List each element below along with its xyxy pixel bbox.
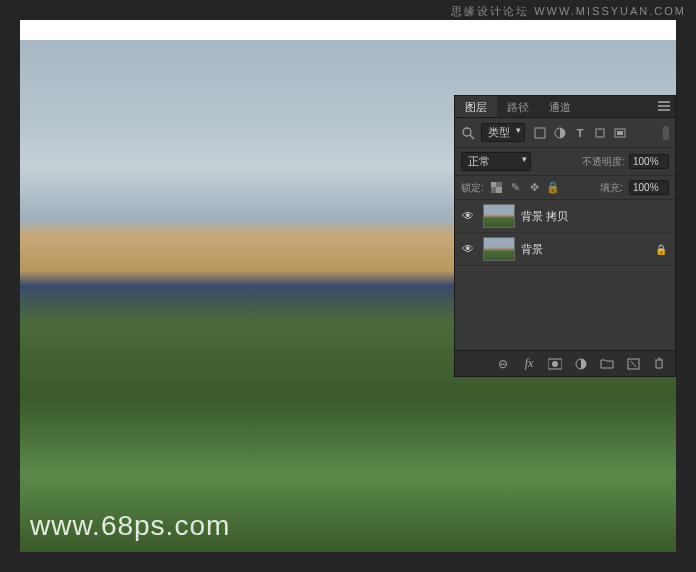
filter-type-icon[interactable]: T	[573, 126, 587, 140]
blend-mode-select[interactable]: 正常	[461, 152, 531, 171]
layer-effects-icon[interactable]: fx	[521, 356, 537, 372]
lock-icon: 🔒	[655, 244, 667, 255]
svg-rect-9	[496, 187, 502, 193]
lock-all-icon[interactable]: 🔒	[547, 181, 560, 194]
filter-toggle-switch[interactable]	[663, 126, 669, 140]
blend-row: 正常 不透明度: 100%	[455, 148, 675, 176]
tab-layers[interactable]: 图层	[455, 96, 497, 117]
svg-rect-8	[491, 182, 496, 187]
tab-channels[interactable]: 通道	[539, 96, 581, 117]
layer-mask-icon[interactable]	[547, 356, 563, 372]
visibility-eye-icon[interactable]: 👁	[459, 209, 477, 223]
fill-label: 填充:	[600, 181, 623, 195]
filter-shape-icon[interactable]	[593, 126, 607, 140]
delete-layer-icon[interactable]	[651, 356, 667, 372]
panel-footer: ⊖ fx	[455, 350, 675, 376]
fill-input[interactable]: 100%	[629, 180, 669, 195]
visibility-eye-icon[interactable]: 👁	[459, 242, 477, 256]
panel-menu-icon[interactable]	[657, 100, 671, 112]
bottom-watermark: www.68ps.com	[30, 510, 230, 542]
layer-filter-row: 类型 T	[455, 118, 675, 148]
tab-paths[interactable]: 路径	[497, 96, 539, 117]
lock-icons: ✎ ✥ 🔒	[490, 181, 560, 194]
svg-point-11	[552, 361, 558, 367]
filter-smartobject-icon[interactable]	[613, 126, 627, 140]
lock-pixels-icon[interactable]: ✎	[509, 181, 522, 194]
filter-kind-select[interactable]: 类型	[481, 123, 525, 142]
filter-adjustment-icon[interactable]	[553, 126, 567, 140]
opacity-input[interactable]: 100%	[629, 154, 669, 169]
layer-list: 👁 背景 拷贝 👁 背景 🔒	[455, 200, 675, 350]
lock-row: 锁定: ✎ ✥ 🔒 填充: 100%	[455, 176, 675, 200]
filter-type-icons: T	[533, 126, 627, 140]
lock-transparency-icon[interactable]	[490, 181, 503, 194]
layer-row[interactable]: 👁 背景 拷贝	[455, 200, 675, 233]
top-watermark: 思缘设计论坛 WWW.MISSYUAN.COM	[451, 4, 686, 19]
link-layers-icon[interactable]: ⊖	[495, 356, 511, 372]
layer-group-icon[interactable]	[599, 356, 615, 372]
adjustment-layer-icon[interactable]	[573, 356, 589, 372]
svg-rect-6	[617, 131, 623, 135]
layer-name[interactable]: 背景 拷贝	[521, 209, 671, 224]
layers-panel: 图层 路径 通道 类型 T 正常 不透明度: 100% 锁定: ✎ ✥ 🔒	[454, 95, 676, 377]
layer-thumbnail[interactable]	[483, 204, 515, 228]
svg-line-1	[470, 135, 474, 139]
new-layer-icon[interactable]	[625, 356, 641, 372]
filter-pixel-icon[interactable]	[533, 126, 547, 140]
opacity-label: 不透明度:	[582, 155, 625, 169]
panel-tabs: 图层 路径 通道	[455, 96, 675, 118]
svg-rect-2	[535, 128, 545, 138]
search-icon	[461, 126, 475, 140]
layer-thumbnail[interactable]	[483, 237, 515, 261]
lock-position-icon[interactable]: ✥	[528, 181, 541, 194]
svg-point-0	[463, 128, 471, 136]
lock-label: 锁定:	[461, 181, 484, 195]
layer-row[interactable]: 👁 背景 🔒	[455, 233, 675, 266]
layer-name[interactable]: 背景	[521, 242, 649, 257]
svg-rect-4	[596, 129, 604, 137]
